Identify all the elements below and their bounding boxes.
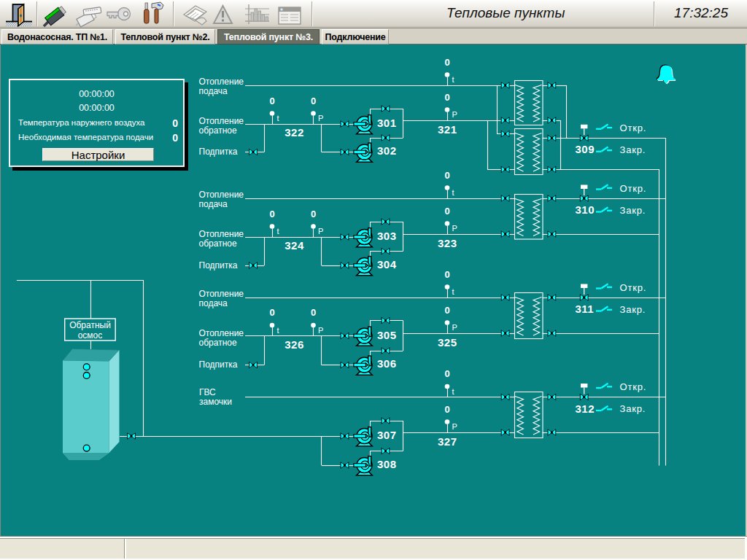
svg-text:P: P (452, 110, 457, 119)
svg-text:t: t (452, 75, 454, 84)
svg-text:Подпитка: Подпитка (199, 359, 238, 370)
svg-text:P: P (452, 422, 457, 431)
svg-text:Откр.: Откр. (620, 282, 647, 293)
svg-text:t: t (452, 287, 454, 296)
svg-text:P: P (318, 114, 323, 122)
svg-text:t: t (277, 227, 279, 236)
svg-text:0: 0 (445, 305, 450, 316)
svg-text:P: P (452, 323, 457, 332)
svg-text:Закр.: Закр. (620, 144, 646, 155)
svg-text:t: t (277, 114, 279, 122)
svg-text:Обратный: Обратный (69, 320, 111, 330)
svg-text:Отопление: Отопление (199, 77, 244, 87)
svg-text:306: 306 (377, 357, 397, 370)
svg-text:0: 0 (445, 269, 450, 280)
svg-text:Отопление: Отопление (199, 116, 244, 126)
svg-text:P: P (452, 224, 457, 233)
svg-text:303: 303 (377, 230, 397, 242)
svg-text:311: 311 (576, 303, 595, 315)
svg-text:0: 0 (270, 307, 275, 318)
svg-text:308: 308 (377, 458, 397, 470)
svg-text:325: 325 (438, 336, 457, 349)
svg-text:326: 326 (285, 338, 304, 351)
svg-text:0: 0 (445, 57, 450, 68)
svg-text:Закр.: Закр. (620, 403, 646, 414)
svg-text:t: t (452, 188, 454, 197)
svg-text:301: 301 (377, 117, 397, 129)
svg-text:307: 307 (377, 429, 397, 441)
svg-text:P: P (318, 227, 323, 236)
svg-text:ГВС: ГВС (199, 387, 216, 397)
svg-text:Отопление: Отопление (199, 328, 244, 338)
svg-text:0: 0 (445, 206, 450, 217)
svg-text:Закр.: Закр. (620, 205, 646, 216)
svg-text:324: 324 (285, 239, 304, 252)
svg-text:Откр.: Откр. (620, 122, 647, 133)
svg-text:302: 302 (377, 144, 397, 157)
svg-text:0: 0 (311, 307, 316, 318)
svg-text:312: 312 (576, 402, 595, 415)
svg-text:Откр.: Откр. (620, 381, 647, 392)
svg-text:0: 0 (270, 209, 275, 219)
svg-text:обратное: обратное (199, 125, 237, 136)
svg-text:осмос: осмос (78, 330, 103, 341)
svg-text:Подпитка: Подпитка (199, 147, 238, 157)
svg-text:0: 0 (445, 92, 450, 103)
svg-text:замочки: замочки (199, 397, 232, 407)
svg-text:309: 309 (576, 143, 595, 155)
svg-text:0: 0 (445, 404, 450, 415)
svg-text:327: 327 (438, 435, 457, 448)
svg-text:0: 0 (445, 368, 450, 379)
svg-text:Отопление: Отопление (199, 190, 244, 200)
svg-text:подача: подача (199, 298, 228, 308)
svg-text:t: t (277, 326, 279, 335)
svg-text:322: 322 (285, 126, 304, 139)
svg-text:305: 305 (377, 329, 397, 341)
svg-text:323: 323 (438, 237, 457, 249)
svg-text:0: 0 (311, 209, 316, 219)
svg-text:0: 0 (270, 96, 275, 106)
svg-text:Подпитка: Подпитка (199, 260, 238, 271)
svg-text:310: 310 (576, 203, 595, 216)
svg-text:t: t (452, 387, 454, 396)
svg-text:P: P (318, 326, 323, 335)
svg-text:Отопление: Отопление (199, 229, 244, 239)
svg-text:подача: подача (199, 199, 228, 209)
svg-text:обратное: обратное (199, 238, 237, 249)
svg-text:обратное: обратное (199, 338, 237, 348)
svg-text:Закр.: Закр. (620, 304, 646, 315)
svg-text:0: 0 (311, 96, 316, 106)
svg-text:321: 321 (438, 123, 457, 136)
svg-text:Отопление: Отопление (199, 289, 244, 299)
svg-text:304: 304 (377, 258, 397, 271)
svg-text:0: 0 (445, 170, 450, 181)
svg-text:подача: подача (199, 86, 228, 96)
svg-text:Откр.: Откр. (620, 183, 647, 194)
